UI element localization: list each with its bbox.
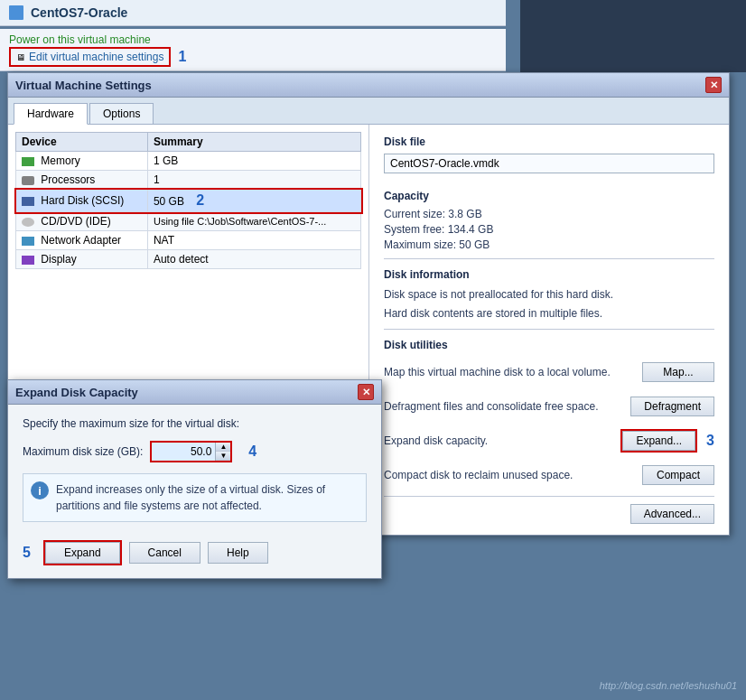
- spinner-up[interactable]: ▲: [216, 443, 230, 452]
- processor-icon: [22, 176, 34, 185]
- table-row[interactable]: CD/DVD (IDE) Using file C:\Job\Software\…: [16, 212, 361, 231]
- disk-icon: [22, 197, 34, 206]
- right-panel: Disk file Capacity Current size: 3.8 GB …: [369, 125, 729, 535]
- watermark: http://blog.csdn.net/leshushu01: [600, 680, 737, 691]
- table-row[interactable]: Processors 1: [16, 171, 361, 190]
- compact-desc: Compact disk to reclaim unused space.: [384, 469, 633, 481]
- tab-hardware[interactable]: Hardware: [14, 103, 88, 125]
- defragment-row: Defragment files and consolidate free sp…: [384, 393, 714, 420]
- defragment-desc: Defragment files and consolidate free sp…: [384, 400, 621, 413]
- vm-settings-title: Virtual Machine Settings: [15, 79, 152, 92]
- spinner: ▲ ▼: [215, 443, 230, 461]
- info-icon: i: [31, 481, 49, 499]
- vm-settings-titlebar: Virtual Machine Settings ✕: [8, 73, 729, 98]
- info-text: Expand increases only the size of a virt…: [56, 481, 359, 514]
- edit-link-box: 🖥 Edit virtual machine settings: [9, 47, 171, 67]
- map-desc: Map this virtual machine disk to a local…: [384, 366, 633, 378]
- app-title-bar: CentOS7-Oracle: [0, 0, 506, 26]
- system-free: System free: 134.4 GB: [384, 223, 714, 236]
- expand-dialog-description: Specify the maximum size for the virtual…: [23, 417, 367, 430]
- table-row-harddisk[interactable]: Hard Disk (SCSI) 50 GB 2: [16, 190, 361, 212]
- tab-options[interactable]: Options: [89, 103, 154, 124]
- table-row[interactable]: Memory 1 GB: [16, 152, 361, 171]
- app-title: CentOS7-Oracle: [31, 5, 127, 20]
- maximum-size: Maximum size: 50 GB: [384, 238, 714, 251]
- annotation-3: 3: [706, 433, 714, 449]
- table-row[interactable]: Network Adapter NAT: [16, 231, 361, 250]
- disk-utilities-label: Disk utilities: [384, 339, 714, 351]
- expand-button[interactable]: Expand...: [622, 431, 695, 451]
- col-summary: Summary: [147, 133, 360, 152]
- disk-size-row: Maximum disk size (GB): ▲ ▼ 4: [23, 441, 367, 462]
- expand-dialog-content: Specify the maximum size for the virtual…: [8, 405, 381, 578]
- capacity-label: Capacity: [384, 190, 714, 202]
- disk-info-label: Disk information: [384, 268, 714, 281]
- advanced-button[interactable]: Advanced...: [630, 504, 714, 524]
- info-box: i Expand increases only the size of a vi…: [23, 473, 367, 522]
- current-size: Current size: 3.8 GB: [384, 208, 714, 220]
- table-row[interactable]: Display Auto detect: [16, 250, 361, 269]
- annotation-4: 4: [248, 443, 256, 460]
- expand-confirm-button[interactable]: Expand: [45, 542, 120, 564]
- expand-btn-box: Expand: [43, 540, 122, 565]
- memory-icon: [22, 157, 34, 166]
- col-device: Device: [16, 133, 148, 152]
- expand-dialog-titlebar: Expand Disk Capacity ✕: [8, 380, 381, 405]
- device-table: Device Summary Memory 1 GB: [15, 132, 361, 269]
- expand-dialog: Expand Disk Capacity ✕ Specify the maxim…: [7, 379, 382, 579]
- annotation-1: 1: [178, 49, 186, 65]
- help-button[interactable]: Help: [208, 542, 268, 564]
- power-link[interactable]: Power on this virtual machine: [9, 33, 497, 47]
- spinner-down[interactable]: ▼: [216, 452, 230, 461]
- map-row: Map this virtual machine disk to a local…: [384, 359, 714, 386]
- close-button[interactable]: ✕: [705, 77, 722, 93]
- expand-dialog-title: Expand Disk Capacity: [15, 386, 138, 399]
- expand-dialog-close-button[interactable]: ✕: [358, 384, 374, 400]
- dialog-buttons: 5 Expand Cancel Help: [23, 535, 367, 565]
- app-icon: [9, 5, 23, 20]
- compact-button[interactable]: Compact: [642, 465, 714, 485]
- disk-file-input[interactable]: [384, 154, 714, 173]
- disk-info-line2: Hard disk contents are stored in multipl…: [384, 305, 714, 322]
- disk-size-input-box: ▲ ▼: [150, 441, 232, 462]
- expand-row: Expand disk capacity. Expand... 3: [384, 427, 714, 454]
- compact-row: Compact disk to reclaim unused space. Co…: [384, 462, 714, 489]
- tab-bar: Hardware Options: [8, 98, 729, 125]
- disk-file-label: Disk file: [384, 135, 714, 148]
- cancel-button[interactable]: Cancel: [129, 542, 200, 564]
- disk-info-line1: Disk space is not preallocated for this …: [384, 286, 714, 303]
- map-button[interactable]: Map...: [642, 362, 714, 382]
- display-icon: [22, 256, 34, 265]
- defragment-button[interactable]: Defragment: [630, 397, 714, 416]
- cdrom-icon: [22, 218, 34, 227]
- max-disk-label: Maximum disk size (GB):: [23, 445, 143, 458]
- expand-desc: Expand disk capacity.: [384, 434, 613, 447]
- annotation-5: 5: [23, 545, 31, 561]
- edit-link[interactable]: Edit virtual machine settings: [29, 51, 163, 63]
- network-icon: [22, 237, 34, 246]
- quick-launch-bar: Power on this virtual machine 🖥 Edit vir…: [0, 29, 506, 71]
- annotation-2: 2: [196, 192, 204, 208]
- disk-size-input[interactable]: [152, 443, 215, 461]
